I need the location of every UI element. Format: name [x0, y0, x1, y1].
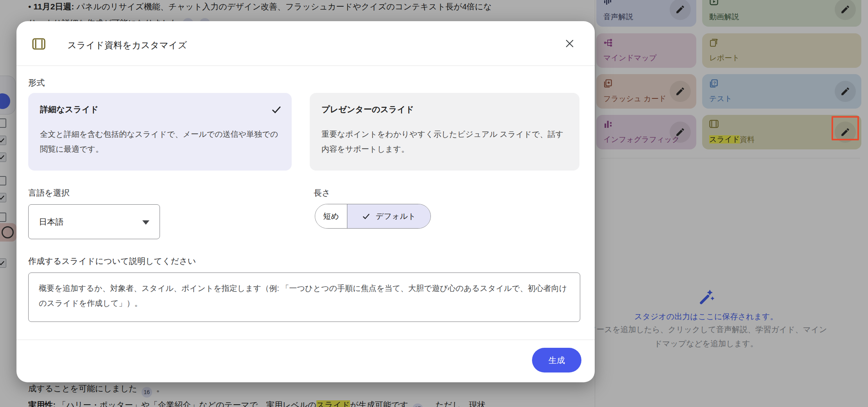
length-label: 長さ	[314, 187, 330, 198]
customize-slides-dialog: スライド資料をカスタマイズ 形式 詳細なスライド 全文と詳細を含む包括的なスライ…	[16, 21, 595, 382]
language-select-value: 日本語	[39, 216, 64, 227]
length-option-default[interactable]: デフォルト	[347, 204, 430, 228]
slides-icon	[32, 38, 45, 51]
language-label: 言語を選択	[28, 187, 70, 198]
length-toggle: 短め デフォルト	[315, 204, 431, 229]
format-option-detailed-slides[interactable]: 詳細なスライド 全文と詳細を含む包括的なスライドで、メールでの送信や単独での閲覧…	[28, 93, 292, 171]
length-option-short[interactable]: 短め	[315, 204, 347, 228]
prompt-label: 作成するスライドについて説明してください	[28, 256, 196, 267]
annotation-highlight-rect	[832, 116, 859, 140]
selected-check-icon	[271, 105, 282, 116]
header-divider	[16, 65, 595, 66]
close-button[interactable]	[562, 36, 577, 51]
notebooklm-screen: • 11月2日週: パネルのリサイズ機能、チャット入力のデザイン改善、フラッシュ…	[0, 0, 868, 407]
close-icon	[564, 38, 575, 49]
chevron-down-icon	[142, 220, 149, 225]
dialog-title: スライド資料をカスタマイズ	[67, 39, 187, 51]
language-select[interactable]: 日本語	[28, 204, 160, 239]
format-label: 形式	[28, 77, 45, 88]
selected-check-icon	[362, 213, 370, 220]
footer-divider	[16, 340, 595, 340]
format-option-presenter-slides[interactable]: プレゼンターのスライド 重要なポイントをわかりやすく示したビジュアル スライドで…	[310, 93, 579, 171]
prompt-input[interactable]	[28, 273, 580, 322]
generate-button[interactable]: 生成	[532, 348, 581, 372]
